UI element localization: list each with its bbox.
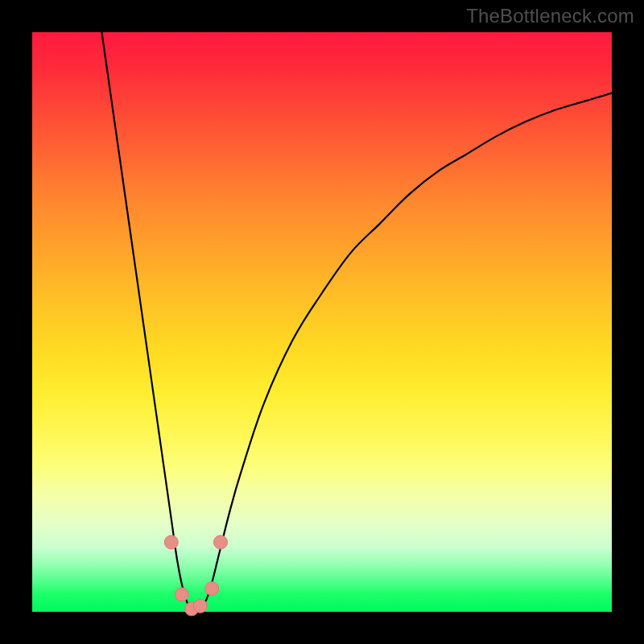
chart-frame: TheBottleneck.com: [0, 0, 644, 644]
curve-markers: [164, 535, 227, 616]
curve-marker: [175, 588, 188, 601]
curve-marker: [164, 535, 178, 549]
bottleneck-curve-svg: [32, 32, 612, 612]
bottleneck-curve-path: [101, 32, 612, 612]
curve-marker: [193, 599, 207, 613]
watermark-label: TheBottleneck.com: [466, 5, 634, 27]
curve-marker: [214, 535, 228, 549]
plot-gradient-area: [32, 32, 612, 612]
curve-marker: [205, 582, 219, 596]
